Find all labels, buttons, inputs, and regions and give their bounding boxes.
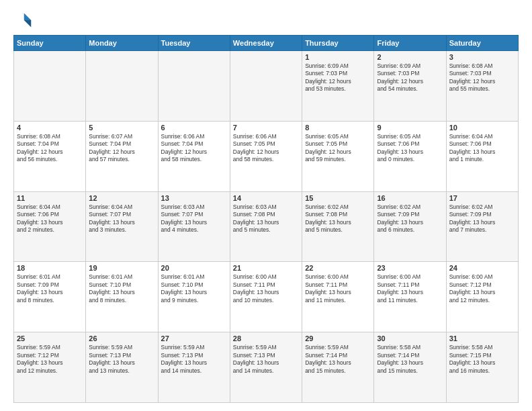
cell-text: and 56 minutes. [17,156,83,163]
day-cell: 21Sunrise: 6:00 AMSunset: 7:11 PMDayligh… [230,262,302,332]
day-number: 26 [89,334,154,342]
cell-text: and 54 minutes. [377,85,443,93]
day-number: 15 [305,194,371,202]
day-number: 18 [17,264,83,272]
cell-text: Daylight: 13 hours [449,289,515,296]
week-row-5: 25Sunrise: 5:59 AMSunset: 7:12 PMDayligh… [14,332,519,403]
week-row-1: 1Sunrise: 6:09 AMSunset: 7:03 PMDaylight… [14,51,519,122]
cell-text: Daylight: 13 hours [17,219,83,226]
cell-text: Sunrise: 6:07 AM [89,133,154,140]
cell-text: Sunrise: 5:58 AM [377,344,443,351]
cell-text: Sunrise: 6:09 AM [305,62,371,70]
cell-text: Sunset: 7:07 PM [161,211,227,218]
cell-text: Sunset: 7:11 PM [233,281,299,289]
cell-text: Daylight: 13 hours [377,289,443,296]
cell-text: and 14 minutes. [161,367,227,375]
day-number: 7 [233,124,299,132]
cell-text: Daylight: 13 hours [377,219,443,226]
cell-text: Sunrise: 6:00 AM [233,273,299,281]
cell-text: Sunset: 7:06 PM [449,140,515,148]
day-cell: 22Sunrise: 6:00 AMSunset: 7:11 PMDayligh… [302,262,374,332]
day-cell: 20Sunrise: 6:01 AMSunset: 7:10 PMDayligh… [158,262,230,332]
cell-text: Daylight: 13 hours [89,359,154,367]
day-number: 6 [161,124,227,132]
cell-text: Daylight: 12 hours [377,78,443,85]
day-header-thursday: Thursday [302,36,374,51]
cell-text: Sunrise: 5:58 AM [449,344,515,351]
cell-text: and 55 minutes. [449,85,515,93]
cell-text: and 6 minutes. [377,226,443,234]
cell-text: and 4 minutes. [161,226,227,234]
cell-text: and 8 minutes. [89,297,154,304]
calendar-body: 1Sunrise: 6:09 AMSunset: 7:03 PMDaylight… [14,51,519,403]
day-number: 27 [161,334,227,342]
cell-text: Sunrise: 6:06 AM [161,133,227,140]
day-cell: 25Sunrise: 5:59 AMSunset: 7:12 PMDayligh… [14,332,86,403]
cell-text: Daylight: 12 hours [89,148,154,156]
cell-text: Sunrise: 6:04 AM [449,133,515,140]
day-number: 28 [233,334,299,342]
day-header-tuesday: Tuesday [158,36,230,51]
day-number: 30 [377,334,443,342]
cell-text: Sunrise: 6:00 AM [449,273,515,281]
day-number: 8 [305,124,371,132]
day-cell: 17Sunrise: 6:02 AMSunset: 7:09 PMDayligh… [446,191,518,262]
cell-text: Daylight: 13 hours [17,359,83,367]
header [13,11,519,30]
cell-text: Daylight: 13 hours [17,289,83,296]
cell-text: Sunrise: 6:05 AM [305,133,371,140]
day-number: 13 [161,194,227,202]
svg-marker-0 [24,13,32,21]
cell-text: and 0 minutes. [377,156,443,163]
cell-text: Sunset: 7:09 PM [17,281,83,289]
page: SundayMondayTuesdayWednesdayThursdayFrid… [0,0,532,411]
cell-text: and 12 minutes. [449,297,515,304]
day-header-monday: Monday [86,36,158,51]
cell-text: Sunrise: 6:04 AM [89,203,154,211]
day-cell: 2Sunrise: 6:09 AMSunset: 7:03 PMDaylight… [374,51,446,122]
cell-text: and 14 minutes. [233,367,299,375]
cell-text: Sunrise: 6:01 AM [17,273,83,281]
cell-text: Sunrise: 6:06 AM [233,133,299,140]
svg-marker-1 [24,20,32,28]
cell-text: Daylight: 12 hours [305,78,371,85]
cell-text: Sunrise: 5:59 AM [17,344,83,351]
cell-text: Daylight: 13 hours [449,359,515,367]
cell-text: Sunset: 7:05 PM [305,140,371,148]
cell-text: Sunrise: 6:08 AM [17,133,83,140]
week-row-3: 11Sunrise: 6:04 AMSunset: 7:06 PMDayligh… [14,191,519,262]
cell-text: Sunset: 7:04 PM [89,140,154,148]
day-cell: 3Sunrise: 6:08 AMSunset: 7:03 PMDaylight… [446,51,518,122]
cell-text: Sunrise: 6:01 AM [161,273,227,281]
day-number: 5 [89,124,154,132]
cell-text: Sunset: 7:08 PM [305,211,371,218]
day-cell: 23Sunrise: 6:00 AMSunset: 7:11 PMDayligh… [374,262,446,332]
cell-text: and 58 minutes. [161,156,227,163]
day-cell: 4Sunrise: 6:08 AMSunset: 7:04 PMDaylight… [14,121,86,191]
day-cell: 28Sunrise: 5:59 AMSunset: 7:13 PMDayligh… [230,332,302,403]
day-cell [86,51,158,122]
day-cell: 15Sunrise: 6:02 AMSunset: 7:08 PMDayligh… [302,191,374,262]
cell-text: Daylight: 13 hours [161,289,227,296]
cell-text: Sunset: 7:11 PM [305,281,371,289]
cell-text: and 2 minutes. [17,226,83,234]
day-number: 25 [17,334,83,342]
cell-text: and 10 minutes. [233,297,299,304]
cell-text: Sunset: 7:10 PM [89,281,154,289]
cell-text: Sunset: 7:09 PM [449,211,515,218]
cell-text: Daylight: 12 hours [233,148,299,156]
day-number: 21 [233,264,299,272]
cell-text: Sunset: 7:14 PM [305,352,371,359]
day-number: 9 [377,124,443,132]
day-cell: 14Sunrise: 6:03 AMSunset: 7:08 PMDayligh… [230,191,302,262]
cell-text: and 13 minutes. [89,367,154,375]
cell-text: Sunrise: 6:03 AM [161,203,227,211]
cell-text: Sunset: 7:09 PM [377,211,443,218]
cell-text: and 57 minutes. [89,156,154,163]
cell-text: Sunset: 7:06 PM [17,211,83,218]
cell-text: Sunset: 7:10 PM [161,281,227,289]
cell-text: Sunrise: 6:00 AM [305,273,371,281]
day-number: 17 [449,194,515,202]
cell-text: Daylight: 12 hours [305,148,371,156]
cell-text: Daylight: 13 hours [377,359,443,367]
